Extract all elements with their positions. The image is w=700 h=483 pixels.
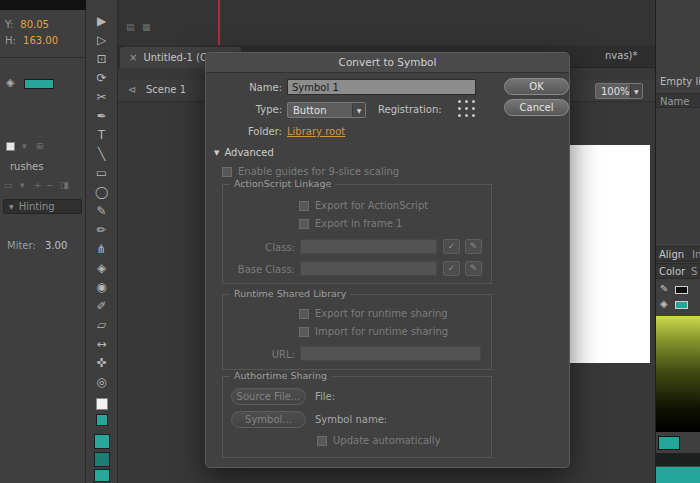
color-picker-gradient[interactable]: [656, 316, 700, 432]
edit-class-button[interactable]: ✎: [465, 239, 482, 254]
swatch-row-dark[interactable]: [656, 453, 700, 466]
pasteboard-top: ▤ ▦: [118, 0, 655, 45]
export-frame-checkbox[interactable]: Export in frame 1: [299, 218, 402, 229]
fill-bucket-icon[interactable]: ◈: [6, 76, 14, 89]
registration-label: Registration:: [378, 104, 442, 115]
tab-close-icon[interactable]: ×: [129, 52, 137, 63]
symbol-button[interactable]: Symbol...: [231, 411, 306, 428]
base-class-label: Base Class:: [223, 264, 295, 275]
h-label: H:: [5, 35, 16, 46]
stroke-color-chip[interactable]: [675, 286, 688, 294]
type-value: Button: [288, 105, 352, 116]
export-runtime-checkbox[interactable]: Export for runtime sharing: [299, 308, 448, 319]
runtime-shared-library-title: Runtime Shared Library: [230, 288, 350, 299]
pencil-tool[interactable]: ✎: [86, 202, 117, 220]
selection-tool[interactable]: ▶: [86, 12, 117, 30]
playhead-line[interactable]: [218, 0, 220, 45]
dialog-title[interactable]: Convert to Symbol: [206, 53, 569, 73]
zoom-tool[interactable]: ◎: [86, 373, 117, 391]
ok-button[interactable]: OK: [504, 78, 569, 95]
fill-color-icon[interactable]: ◈: [660, 298, 668, 309]
oval-tool[interactable]: ◯: [86, 183, 117, 201]
tab-color[interactable]: Color: [656, 264, 685, 278]
scene-breadcrumb[interactable]: Scene 1: [146, 84, 186, 95]
tool-option-swatch-1[interactable]: [94, 434, 110, 449]
hinting-dropdown[interactable]: ▼ Hinting: [3, 199, 82, 214]
validate-base-class-button[interactable]: ✓: [443, 261, 460, 276]
3d-rotation-tool[interactable]: ⟳: [86, 69, 117, 87]
mini-swatch[interactable]: [6, 142, 15, 151]
scene-icon[interactable]: ⊲: [128, 84, 136, 95]
advanced-toggle[interactable]: ▼ Advanced: [214, 147, 274, 158]
class-field[interactable]: [300, 239, 437, 254]
width-tool[interactable]: ↔: [86, 335, 117, 353]
brush-bar-icon[interactable]: ▭: [4, 180, 13, 190]
ink-bottle-tool[interactable]: ◉: [86, 278, 117, 296]
text-tool[interactable]: T: [86, 126, 117, 144]
slice-guides-label: Enable guides for 9-slice scaling: [238, 166, 399, 177]
stroke-color-icon[interactable]: ✎: [660, 283, 668, 294]
hand-tool[interactable]: ✜: [86, 354, 117, 372]
eyedropper-tool[interactable]: ✐: [86, 297, 117, 315]
add-brush-icon[interactable]: +: [34, 180, 42, 190]
rectangle-tool[interactable]: ▭: [86, 164, 117, 182]
pen-tool[interactable]: ✒: [86, 107, 117, 125]
zoom-dropdown[interactable]: 100% ▼: [595, 83, 643, 99]
grid-icon[interactable]: ⊞: [36, 141, 44, 151]
miter-value[interactable]: 3.00: [45, 240, 67, 251]
current-color-swatch[interactable]: [658, 436, 680, 450]
brush-tool[interactable]: ✏: [86, 221, 117, 239]
type-dropdown[interactable]: Button ▼: [287, 102, 366, 118]
panel-icon-a[interactable]: ▤: [126, 22, 135, 32]
remove-brush-icon[interactable]: −: [46, 180, 54, 190]
source-file-button[interactable]: Source File...: [231, 388, 306, 405]
fill-color-swatch[interactable]: [96, 414, 108, 426]
swatch-row-teal[interactable]: [656, 467, 700, 483]
brush-option-icon[interactable]: ◨: [60, 180, 69, 190]
type-label: Type:: [214, 104, 282, 115]
tool-option-swatch-3[interactable]: [94, 469, 110, 482]
registration-grid[interactable]: [456, 98, 477, 119]
slice-guides-checkbox[interactable]: Enable guides for 9-slice scaling: [222, 166, 399, 177]
stroke-color-swatch[interactable]: [96, 398, 108, 410]
update-automatically-checkbox[interactable]: Update automatically: [317, 435, 441, 446]
validate-class-button[interactable]: ✓: [443, 239, 460, 254]
export-actionscript-checkbox[interactable]: Export for ActionScript: [299, 200, 428, 211]
symbol-name-input[interactable]: [287, 79, 476, 95]
brushes-header[interactable]: rushes: [10, 161, 43, 172]
paint-bucket-tool[interactable]: ◈: [86, 259, 117, 277]
y-value[interactable]: 80.05: [20, 19, 49, 30]
lasso-tool[interactable]: ✂: [86, 88, 117, 106]
symbol-name-label: Symbol name:: [315, 414, 387, 425]
export-actionscript-label: Export for ActionScript: [315, 200, 428, 211]
edit-base-class-button[interactable]: ✎: [465, 261, 482, 276]
export-frame-label: Export in frame 1: [315, 218, 402, 229]
eraser-tool[interactable]: ▱: [86, 316, 117, 334]
tool-option-swatch-2[interactable]: [94, 452, 110, 467]
bone-tool[interactable]: ⋔: [86, 240, 117, 258]
tab-align[interactable]: Align: [656, 247, 684, 261]
miter-label: Miter:: [7, 240, 36, 251]
swatch-arrow-icon[interactable]: ▾: [22, 141, 27, 151]
subselection-tool[interactable]: ▷: [86, 31, 117, 49]
tab-info-fragment[interactable]: In: [692, 247, 700, 261]
fill-color-swatch[interactable]: [24, 79, 54, 89]
actionscript-linkage-group: ActionScript Linkage Export for ActionSc…: [222, 184, 492, 284]
panel-icon-b[interactable]: ▦: [142, 22, 151, 32]
h-value[interactable]: 163.00: [23, 35, 58, 46]
url-field[interactable]: [300, 346, 481, 361]
import-runtime-checkbox[interactable]: Import for runtime sharing: [299, 326, 448, 337]
tab-fragment[interactable]: nvas)*: [605, 50, 638, 61]
library-name-header[interactable]: Name: [656, 93, 700, 108]
fill-color-chip[interactable]: [675, 301, 688, 309]
free-transform-tool[interactable]: ⊡: [86, 50, 117, 68]
cancel-button[interactable]: Cancel: [504, 99, 569, 116]
brush-arrow-icon[interactable]: ▾: [20, 180, 25, 190]
line-tool[interactable]: ╲: [86, 145, 117, 163]
folder-link[interactable]: Library root: [287, 126, 345, 137]
base-class-field[interactable]: [300, 261, 437, 276]
checkbox-icon: [317, 436, 327, 446]
advanced-label: Advanced: [224, 147, 273, 158]
library-list[interactable]: [656, 109, 700, 243]
tab-swatches-fragment[interactable]: S: [691, 264, 697, 278]
